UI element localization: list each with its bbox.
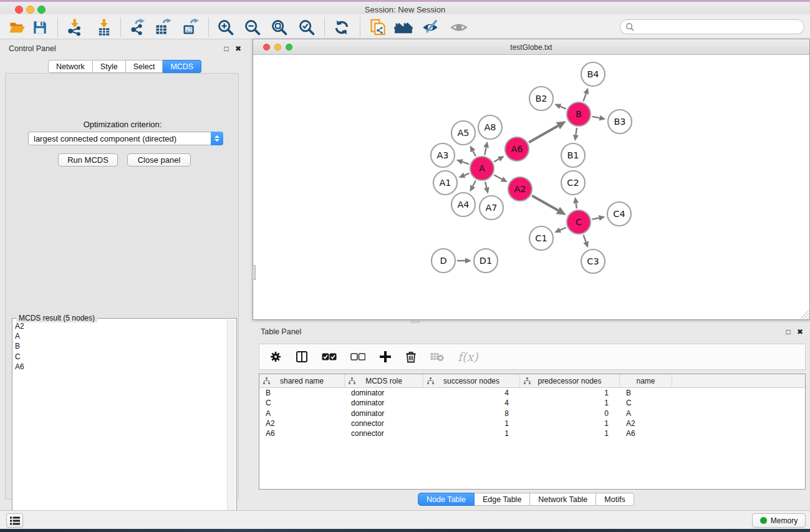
- graph-node-label: A7: [485, 203, 497, 213]
- graph-edge-B-B3[interactable]: [592, 117, 600, 118]
- tab-network-table[interactable]: Network Table: [530, 493, 596, 506]
- zoom-selected-button[interactable]: [296, 17, 317, 38]
- zoom-out-button[interactable]: [242, 17, 263, 38]
- show-columns-button[interactable]: [296, 351, 308, 363]
- graph-edge-A-A3[interactable]: [462, 162, 469, 164]
- clone-network-icon: [369, 19, 387, 36]
- open-session-button[interactable]: [7, 17, 28, 38]
- graph-edge-A-A7[interactable]: [485, 181, 486, 187]
- show-graphics-details-button[interactable]: [420, 17, 441, 38]
- tab-edge-table[interactable]: Edge Table: [475, 493, 530, 506]
- cell-successor_nodes: 4: [423, 398, 520, 408]
- select-all-button[interactable]: [322, 353, 337, 361]
- graph-edge-A-A4[interactable]: [473, 181, 476, 186]
- edge-arrowhead: [599, 215, 605, 221]
- tab-style[interactable]: Style: [93, 60, 126, 73]
- cell-shared_name: A: [259, 409, 345, 418]
- tab-node-table[interactable]: Node Table: [418, 493, 475, 506]
- import-network-button[interactable]: [64, 17, 85, 38]
- graph-edge-B-B2[interactable]: [560, 107, 566, 109]
- mcds-result-item[interactable]: A2: [13, 321, 228, 331]
- cell-shared_name: A2: [259, 418, 345, 428]
- table-settings-button[interactable]: [269, 351, 282, 363]
- table-toolbar: f(x): [259, 344, 806, 370]
- column-header-shared-name[interactable]: shared name: [259, 374, 345, 388]
- edge-arrowhead: [458, 173, 465, 178]
- float-panel-icon[interactable]: □: [221, 44, 231, 54]
- window-titlebar: Session: New Session: [0, 2, 810, 14]
- window-resize-grip[interactable]: [800, 310, 809, 319]
- graph-edge-C-C2[interactable]: [576, 203, 577, 209]
- delete-column-button[interactable]: [405, 351, 417, 363]
- unchecked-boxes-icon: [350, 353, 365, 361]
- graph-edge-A-A8[interactable]: [485, 147, 486, 155]
- add-column-button[interactable]: [379, 351, 392, 363]
- graph-node-label: A1: [439, 178, 451, 188]
- table-row-A[interactable]: Adominator80A: [259, 409, 805, 418]
- mcds-result-list[interactable]: A2ABCA6: [13, 321, 228, 530]
- float-panel-icon[interactable]: □: [783, 327, 793, 337]
- home-icon: [394, 19, 413, 36]
- splitter-handle[interactable]: [252, 265, 256, 280]
- graph-edge-A6-B[interactable]: [529, 126, 558, 142]
- hide-graphics-details-button[interactable]: [448, 17, 470, 38]
- node-table[interactable]: shared nameMCDS rolesuccessor nodesprede…: [259, 374, 806, 490]
- zoom-fit-button[interactable]: [269, 17, 290, 38]
- graph-edge-A-A6[interactable]: [494, 159, 499, 162]
- graph-node-label: A4: [457, 200, 469, 210]
- table-row-A2[interactable]: A2connector11A2: [259, 418, 805, 428]
- search-input[interactable]: [635, 21, 804, 33]
- clone-network-button[interactable]: [367, 17, 388, 38]
- close-panel-icon[interactable]: ✖: [795, 327, 805, 337]
- graph-node-label: A6: [511, 144, 523, 154]
- table-row-C[interactable]: Cdominator41C: [259, 398, 805, 408]
- import-table-button[interactable]: [94, 17, 115, 38]
- close-panel-button[interactable]: Close panel: [127, 153, 191, 167]
- control-panel-tabs: NetworkStyleSelectMCDS: [48, 60, 201, 73]
- search-box[interactable]: [620, 19, 804, 34]
- column-header-predecessor-nodes[interactable]: predecessor nodes: [520, 374, 620, 388]
- mcds-result-scrollbar[interactable]: [227, 319, 236, 530]
- zoom-in-button[interactable]: [215, 17, 236, 38]
- mcds-result-item[interactable]: C: [13, 352, 228, 362]
- graph-edge-A-A2[interactable]: [494, 175, 502, 179]
- table-row-A6[interactable]: A6connector11A6: [259, 428, 805, 438]
- tab-network[interactable]: Network: [48, 60, 93, 73]
- cell-shared_name: C: [259, 398, 345, 408]
- deselect-all-button[interactable]: [350, 353, 365, 361]
- mcds-result-item[interactable]: A6: [13, 362, 228, 372]
- tab-select[interactable]: Select: [126, 60, 163, 73]
- column-header-MCDS-role[interactable]: MCDS role: [345, 374, 423, 388]
- graph-edge-A2-C[interactable]: [532, 196, 558, 211]
- home-button[interactable]: [393, 17, 414, 38]
- graph-edge-C-C4[interactable]: [592, 218, 599, 219]
- export-table-button[interactable]: [152, 17, 173, 38]
- export-network-button[interactable]: [127, 17, 148, 38]
- graph-edge-B-B4[interactable]: [583, 94, 586, 101]
- graph-edge-C-C3[interactable]: [584, 235, 586, 242]
- network-window-titlebar[interactable]: testGlobe.txt: [253, 39, 809, 55]
- refresh-network-button[interactable]: [331, 17, 352, 38]
- column-header-name[interactable]: name: [620, 374, 672, 388]
- memory-label: Memory: [771, 516, 798, 525]
- run-mcds-button[interactable]: Run MCDS: [58, 153, 118, 167]
- table-row-B[interactable]: Bdominator41B: [259, 388, 805, 398]
- delete-table-button[interactable]: [430, 352, 444, 362]
- function-builder-button[interactable]: f(x): [458, 350, 478, 364]
- network-graph-canvas[interactable]: AA1A2A3A4A5A6A7A8BB1B2B3B4CC1C2C3C4DD1: [253, 55, 809, 319]
- save-session-button[interactable]: [29, 17, 51, 38]
- graph-edge-A-A1[interactable]: [465, 173, 470, 175]
- graph-edge-B-B1[interactable]: [576, 128, 577, 135]
- graph-edge-A-A5[interactable]: [473, 151, 475, 156]
- memory-button[interactable]: Memory: [752, 513, 806, 528]
- column-header-successor-nodes[interactable]: successor nodes: [423, 374, 520, 388]
- mcds-result-item[interactable]: B: [13, 341, 228, 351]
- optimization-criterion-select[interactable]: largest connected component (directed): [28, 132, 223, 145]
- tab-motifs[interactable]: Motifs: [596, 493, 634, 506]
- close-panel-icon[interactable]: ✖: [233, 44, 243, 54]
- tab-mcds[interactable]: MCDS: [163, 60, 201, 73]
- export-image-button[interactable]: [180, 17, 201, 38]
- graph-edge-C-C1[interactable]: [560, 228, 566, 230]
- task-history-button[interactable]: [6, 513, 23, 528]
- mcds-result-item[interactable]: A: [13, 331, 228, 341]
